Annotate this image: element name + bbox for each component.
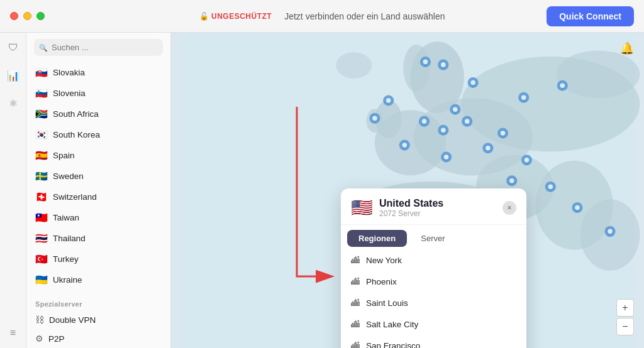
bell-icon[interactable]: 🔔 (620, 41, 634, 55)
special-items: ⛓ Double VPN ⚙ P2P (26, 310, 170, 348)
country-item[interactable]: 🇰🇷 South Korea (26, 124, 170, 145)
zoom-in-button[interactable]: + (616, 299, 634, 317)
country-name: South Africa (53, 109, 162, 119)
country-item[interactable]: 🇹🇼 Taiwan (26, 207, 170, 228)
country-name: Spain (53, 151, 162, 160)
svg-point-15 (423, 60, 428, 65)
country-name: Turkey (53, 254, 162, 264)
svg-point-47 (453, 107, 458, 112)
country-flag: 🇹🇼 (35, 212, 48, 224)
maximize-button[interactable] (36, 12, 45, 20)
popup-city-list: 🏙 New York 🏙 Phoenix 🏙 Saint Louis 🏙 Sal… (341, 247, 526, 348)
titlebar-center: 🔓 UNGESCHÜTZT Jetzt verbinden oder ein L… (199, 11, 445, 21)
svg-point-43 (575, 205, 580, 210)
special-server-icon: ⚙ (35, 334, 43, 344)
country-item[interactable]: 🇹🇷 Turkey (26, 249, 170, 269)
city-list-item[interactable]: 🏙 Phoenix (341, 271, 526, 292)
popup-header: 🇺🇸 United States 2072 Server × (341, 188, 526, 225)
city-name: Saint Louis (366, 298, 408, 308)
svg-point-33 (521, 95, 526, 100)
minimize-button[interactable] (23, 12, 31, 20)
tab-regions[interactable]: Regionen (347, 230, 407, 247)
city-name: San Francisco (366, 341, 420, 349)
country-name: Slovenia (53, 89, 162, 98)
country-item[interactable]: 🇸🇪 Sweden (26, 166, 170, 187)
country-name: South Korea (53, 130, 162, 139)
special-section-label: Spezialserver (26, 294, 170, 310)
unprotected-badge: 🔓 UNGESCHÜTZT (199, 12, 272, 21)
search-input[interactable] (34, 39, 163, 56)
titlebar: 🔓 UNGESCHÜTZT Jetzt verbinden oder ein L… (0, 0, 644, 33)
city-list-item[interactable]: 🏙 Saint Louis (341, 292, 526, 313)
country-name: Switzerland (53, 192, 162, 202)
city-icon: 🏙 (351, 319, 360, 329)
popup-title: United States 2072 Server (379, 198, 496, 218)
city-list-item[interactable]: 🏙 New York (341, 249, 526, 271)
search-box (26, 33, 170, 62)
country-item[interactable]: 🇸🇰 Slovakia (26, 62, 170, 83)
svg-point-19 (372, 116, 377, 121)
svg-point-2 (403, 45, 430, 92)
city-name: New York (366, 256, 402, 265)
special-server-item[interactable]: ⛓ Double VPN (26, 310, 170, 329)
search-wrapper (34, 39, 163, 56)
city-list-item[interactable]: 🏙 San Francisco (341, 335, 526, 348)
special-server-item[interactable]: ⚙ P2P (26, 329, 170, 348)
svg-point-31 (501, 131, 506, 136)
shield-nav-icon[interactable]: 🛡 (6, 40, 21, 55)
country-flag: 🇹🇭 (35, 232, 48, 244)
traffic-lights (10, 12, 45, 20)
tab-server[interactable]: Server (409, 230, 456, 247)
svg-point-37 (525, 158, 530, 163)
country-name: Sweden (53, 171, 162, 181)
country-item[interactable]: 🇪🇸 Spain (26, 145, 170, 166)
city-list-item[interactable]: 🏙 Salt Lake City (341, 313, 526, 335)
city-name: Phoenix (366, 277, 397, 286)
svg-point-35 (560, 84, 565, 89)
country-item[interactable]: 🇸🇮 Slovenia (26, 83, 170, 104)
country-flag: 🇸🇪 (35, 170, 48, 182)
svg-point-39 (509, 178, 514, 183)
country-flag: 🇿🇦 (35, 108, 48, 120)
city-icon: 🏙 (351, 255, 360, 265)
svg-point-51 (441, 62, 446, 67)
svg-point-27 (465, 119, 470, 124)
quick-connect-button[interactable]: Quick Connect (547, 6, 634, 26)
country-name: Ukraine (53, 275, 162, 285)
popup-subtitle: 2072 Server (379, 209, 496, 218)
icon-rail: 🛡 📊 ⚛ ≡ (0, 33, 26, 348)
country-flag: 🇹🇷 (35, 253, 48, 265)
country-item[interactable]: 🇹🇭 Thailand (26, 228, 170, 249)
svg-point-45 (608, 229, 613, 234)
map-area: 🔔 🇺🇸 United States 2072 Server × Regione… (171, 33, 644, 348)
svg-point-41 (548, 185, 553, 190)
stats-nav-icon[interactable]: 📊 (6, 68, 21, 83)
lock-icon: 🔓 (199, 12, 209, 21)
settings-nav-icon[interactable]: ≡ (6, 325, 21, 340)
svg-point-49 (486, 146, 491, 151)
svg-point-17 (386, 98, 391, 103)
popup-close-button[interactable]: × (502, 201, 516, 215)
country-item[interactable]: 🇨🇭 Switzerland (26, 187, 170, 207)
special-server-name: Double VPN (49, 315, 96, 325)
country-flag: 🇨🇭 (35, 191, 48, 203)
popup-tabs: Regionen Server (341, 225, 526, 247)
zoom-out-button[interactable]: − (616, 318, 634, 335)
svg-point-53 (444, 155, 449, 160)
country-flag: 🇸🇰 (35, 67, 48, 79)
special-server-icon: ⛓ (35, 315, 44, 325)
country-popup: 🇺🇸 United States 2072 Server × Regionen … (341, 188, 526, 348)
svg-point-25 (422, 119, 427, 124)
city-icon: 🏙 (351, 340, 360, 348)
country-flag: 🇰🇷 (35, 129, 48, 141)
city-icon: 🏙 (351, 276, 360, 286)
country-item[interactable]: 🇺🇦 Ukraine (26, 269, 170, 290)
main-layout: 🛡 📊 ⚛ ≡ 🇸🇰 Slovakia 🇸🇮 Slovenia 🇿🇦 South… (0, 33, 644, 348)
country-item[interactable]: 🇿🇦 South Africa (26, 104, 170, 124)
svg-point-13 (336, 52, 372, 79)
close-button[interactable] (10, 12, 18, 20)
country-flag: 🇸🇮 (35, 87, 48, 99)
nodes-nav-icon[interactable]: ⚛ (6, 95, 21, 111)
popup-flag: 🇺🇸 (351, 197, 373, 218)
svg-point-29 (470, 80, 475, 85)
